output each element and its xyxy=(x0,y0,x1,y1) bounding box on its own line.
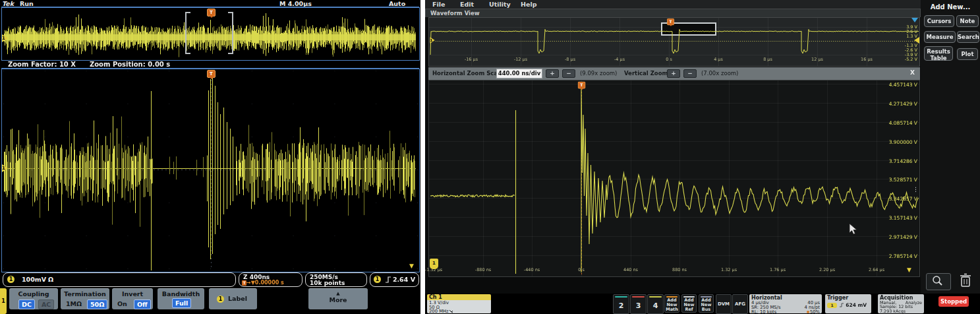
invert-label: Invert xyxy=(112,289,153,298)
ch1-bandwidth: 200 MHz xyxy=(429,309,449,313)
main-volt-label: 4.457143 V xyxy=(889,82,917,88)
main-time-label: 1.76 µs xyxy=(770,267,786,272)
afg-button[interactable]: AFG xyxy=(732,294,748,314)
h-zoom-minus-button[interactable]: − xyxy=(562,69,575,78)
h-zoom-scale-field[interactable]: 440.00 ns/div xyxy=(496,69,542,78)
channel1-marker-label: 1 xyxy=(430,38,433,42)
add-new-math-button[interactable]: Add New Math xyxy=(664,294,679,313)
termination-50ohm-option[interactable]: 50Ω xyxy=(87,299,107,309)
ch1-settings-card[interactable]: Ch 1 1.3 V/div 50 Ω 200 MHz xyxy=(427,294,491,313)
side-menu-tab-channel1[interactable]: 1 xyxy=(0,288,7,314)
menu-edit[interactable]: Edit xyxy=(460,1,474,8)
h-zoom-plus-button[interactable]: + xyxy=(546,69,559,78)
main-volt-label: 4.085714 V xyxy=(889,120,917,126)
trigger-source-badge: 1 xyxy=(374,276,381,283)
channel1-marker[interactable]: 1 xyxy=(2,34,12,42)
results-table-button[interactable]: Results Table xyxy=(924,46,953,61)
h-record-length: RL: 10 kpts xyxy=(751,310,776,314)
termination-1mohm-option[interactable]: 1MΩ xyxy=(66,299,82,309)
note-button[interactable]: Note xyxy=(956,15,979,27)
menu-utility[interactable]: Utility xyxy=(489,1,511,8)
h-zoom-factor: (9.09x zoom) xyxy=(580,70,617,77)
zoom-bracket-left-arm xyxy=(185,12,190,13)
coupling-dc-option[interactable]: DC xyxy=(18,299,35,309)
v-zoom-factor: (7.00x zoom) xyxy=(701,70,738,77)
ref-color-stripe xyxy=(683,296,695,298)
channel3-button[interactable]: 3 xyxy=(630,294,647,314)
trigger-position-marker[interactable]: T xyxy=(578,82,586,89)
invert-on-option[interactable]: On xyxy=(117,299,127,309)
channel1-scale: 100mV xyxy=(22,276,46,283)
trigger-panel[interactable]: Trigger 1 624 mV xyxy=(825,294,871,313)
add-new-bus-button[interactable]: Add New Bus xyxy=(699,294,714,313)
channel2-label: 2 xyxy=(619,301,624,310)
channel1-marker[interactable]: 1 xyxy=(2,164,12,172)
termination-menu-button[interactable]: Termination 1MΩ 50Ω xyxy=(61,288,109,309)
plot-button[interactable]: Plot xyxy=(957,48,978,60)
delay-arrow-icon: →▼ xyxy=(246,280,255,286)
close-zoom-button[interactable]: X xyxy=(910,69,915,76)
right-zoom-window: T 4.457143 V4.271429 V4.085714 V3.900000… xyxy=(428,80,920,277)
channel1-marker-label: 1 xyxy=(2,166,5,171)
stopped-button[interactable]: Stopped xyxy=(938,296,969,307)
screenshot-stage: Tek Run M 4.00µs Auto T 1 Zoom Factor: 1… xyxy=(0,0,980,314)
zoom-scale-readout[interactable]: Z 400ns T→▼0.00000 s xyxy=(239,272,303,287)
zoom-tool-button[interactable] xyxy=(926,273,951,290)
more-arrow-icon: ▲ xyxy=(308,289,368,296)
zoom-bracket-right[interactable] xyxy=(232,12,233,54)
v-zoom-minus-button[interactable]: − xyxy=(683,69,697,78)
channel1-marker-label: 1 xyxy=(2,36,5,41)
zoom-bracket-left-arm xyxy=(185,53,190,54)
menu-help[interactable]: Help xyxy=(521,1,536,8)
add-bus-label: Add New Bus xyxy=(701,298,712,312)
invert-menu-button[interactable]: Invert On Off xyxy=(112,288,153,309)
main-volt-label: 2.785714 V xyxy=(889,253,917,259)
coupling-menu-button[interactable]: Coupling DC AC xyxy=(9,288,58,309)
more-menu-button[interactable]: ▲ More xyxy=(308,288,368,309)
left-zoom-waveform xyxy=(2,69,418,270)
trigger-position-marker[interactable]: T xyxy=(207,70,216,78)
panel-resize-handle[interactable]: ⋮ xyxy=(913,186,919,193)
channel1-readout[interactable]: 1 100mV Ω xyxy=(3,272,236,287)
search-button[interactable]: Search xyxy=(957,31,979,43)
bandwidth-full-option[interactable]: Full xyxy=(172,298,191,308)
cursors-button[interactable]: Cursors xyxy=(924,15,954,27)
main-time-label: 1.32 µs xyxy=(721,267,737,272)
invert-off-option[interactable]: Off xyxy=(134,299,151,309)
horizontal-panel[interactable]: Horizontal 4 µs/div40 µs SR: 250 MS/s4 n… xyxy=(749,294,822,313)
more-button-text: More xyxy=(308,296,368,303)
zoom-bracket-left[interactable] xyxy=(185,12,187,54)
label-menu-button[interactable]: 1 Label xyxy=(209,288,257,309)
main-time-label: -880 ns xyxy=(475,267,491,272)
channel4-button[interactable]: 4 xyxy=(647,294,664,314)
menu-file[interactable]: File xyxy=(432,1,445,8)
channel4-label: 4 xyxy=(653,301,658,310)
offscreen-indicator-icon: ▼ xyxy=(907,267,911,272)
dvm-button[interactable]: DVM xyxy=(716,294,732,314)
right-oscilloscope-screen: File Edit Utility Help Waveform View T 1… xyxy=(425,0,980,314)
math-color-stripe xyxy=(666,296,677,298)
trigger-position-marker[interactable]: T xyxy=(207,9,216,16)
trigger-readout[interactable]: 1 2.64 V xyxy=(370,272,419,287)
waveform-view-tab[interactable]: Waveform View xyxy=(425,9,921,17)
v-zoom-plus-button[interactable]: + xyxy=(667,69,680,78)
channel2-button[interactable]: 2 xyxy=(613,294,629,314)
left-oscilloscope-screen: Tek Run M 4.00µs Auto T 1 Zoom Factor: 1… xyxy=(0,0,420,314)
ground-badge[interactable]: 1 xyxy=(430,259,438,269)
acquisition-panel[interactable]: Acquisition Manual,Analyze Sample: 12 bi… xyxy=(878,294,924,313)
bandwidth-menu-button[interactable]: Bandwidth Full xyxy=(158,288,204,309)
measure-button[interactable]: Measure xyxy=(924,31,956,43)
add-new-ref-button[interactable]: Add New Ref xyxy=(681,294,697,313)
trigger-source-badge: 1 xyxy=(827,303,837,308)
zoom-factor-readout: Zoom Factor: 10 X xyxy=(8,61,76,68)
delete-button[interactable] xyxy=(958,272,973,289)
trigger-mini-icon: T xyxy=(242,280,246,286)
trigger-position-marker[interactable]: T xyxy=(667,18,674,25)
zoom-delay-readout: T→▼0.00000 s xyxy=(242,280,284,286)
add-math-label: Add New Math xyxy=(666,298,678,312)
main-volt-label: 4.271429 V xyxy=(889,101,917,107)
coupling-ac-option[interactable]: AC xyxy=(38,299,54,309)
bottom-bar: Ch 1 1.3 V/div 50 Ω 200 MHz 2 3 4 Add Ne… xyxy=(425,294,980,314)
channel1-marker[interactable]: 1 xyxy=(430,37,438,44)
acquisition-readout[interactable]: 250MS/s 10k points xyxy=(305,272,367,287)
